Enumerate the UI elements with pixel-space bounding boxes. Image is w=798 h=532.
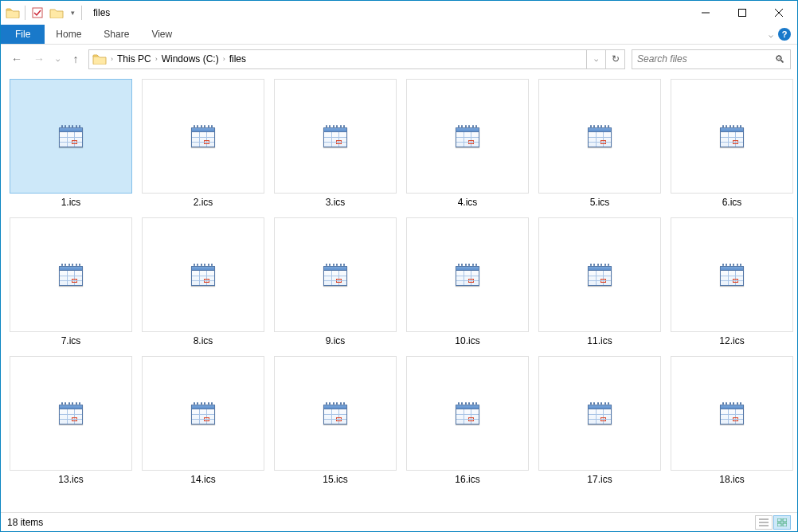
tab-share[interactable]: Share <box>92 25 140 44</box>
calendar-file-icon <box>323 264 347 286</box>
breadcrumb-thispc[interactable]: This PC <box>115 53 153 65</box>
file-thumbnail <box>142 356 264 471</box>
file-name: 1.ics <box>61 197 81 208</box>
file-item[interactable]: 7.ics <box>10 217 132 346</box>
folder-icon <box>91 50 108 68</box>
details-view-button[interactable] <box>755 515 773 530</box>
search-box[interactable]: 🔍︎ <box>632 49 791 69</box>
file-name: 15.ics <box>323 474 347 485</box>
file-thumbnail <box>10 356 132 471</box>
file-thumbnail <box>142 79 264 194</box>
chevron-right-icon[interactable]: › <box>223 55 225 63</box>
minimize-button[interactable] <box>687 1 724 25</box>
file-item[interactable]: 18.ics <box>671 356 793 485</box>
item-count: 18 items <box>7 517 43 528</box>
file-grid: 1.ics 2.ics 3.ics 4.ics 5.ics 6.ics 7.ic… <box>10 79 788 485</box>
recent-dropdown[interactable]: ⌵ <box>52 49 63 68</box>
calendar-file-icon <box>323 402 347 424</box>
tab-view[interactable]: View <box>140 25 183 44</box>
address-bar[interactable]: › This PC › Windows (C:) › files ⌵ ↻ <box>88 49 625 69</box>
file-name: 9.ics <box>326 335 346 346</box>
file-name: 5.ics <box>590 197 610 208</box>
file-item[interactable]: 17.ics <box>538 356 661 485</box>
folder-icon <box>4 4 22 22</box>
address-dropdown[interactable]: ⌵ <box>586 50 605 68</box>
file-thumbnail <box>538 217 661 332</box>
chevron-right-icon[interactable]: › <box>111 55 113 63</box>
file-name: 6.ics <box>722 197 742 208</box>
file-name: 12.ics <box>719 335 744 346</box>
calendar-file-icon <box>588 402 612 424</box>
svg-rect-8 <box>777 518 781 522</box>
file-item[interactable]: 9.ics <box>274 217 397 346</box>
file-item[interactable]: 10.ics <box>406 217 529 346</box>
tab-home[interactable]: Home <box>45 25 92 44</box>
file-name: 17.ics <box>587 474 612 485</box>
window-controls <box>687 1 797 25</box>
file-name: 8.ics <box>194 335 213 346</box>
help-icon[interactable]: ? <box>778 28 791 41</box>
ribbon: File Home Share View ⌵ ? <box>1 25 797 45</box>
status-bar: 18 items <box>1 512 797 531</box>
separator <box>81 6 82 20</box>
calendar-file-icon <box>456 125 479 147</box>
close-button[interactable] <box>761 1 797 25</box>
search-icon[interactable]: 🔍︎ <box>775 53 785 65</box>
calendar-file-icon <box>720 125 744 147</box>
file-item[interactable]: 15.ics <box>274 356 397 485</box>
properties-button[interactable] <box>29 4 46 22</box>
calendar-file-icon <box>59 125 83 147</box>
forward-button[interactable]: → <box>29 49 49 68</box>
file-thumbnail <box>538 79 661 194</box>
calendar-file-icon <box>323 125 347 147</box>
thumbnails-view-button[interactable] <box>773 515 791 530</box>
calendar-file-icon <box>456 264 479 286</box>
file-item[interactable]: 11.ics <box>538 217 661 346</box>
calendar-file-icon <box>720 402 744 424</box>
file-item[interactable]: 5.ics <box>538 79 661 208</box>
file-name: 18.ics <box>719 474 744 485</box>
file-item[interactable]: 4.ics <box>406 79 529 208</box>
calendar-file-icon <box>456 402 479 424</box>
calendar-file-icon <box>191 402 215 424</box>
file-thumbnail <box>406 217 529 332</box>
file-thumbnail <box>671 356 793 471</box>
file-item[interactable]: 2.ics <box>142 79 264 208</box>
file-item[interactable]: 3.ics <box>274 79 397 208</box>
calendar-file-icon <box>720 264 744 286</box>
window-title: files <box>93 7 110 18</box>
file-item[interactable]: 12.ics <box>671 217 793 346</box>
breadcrumb-folder[interactable]: files <box>228 53 248 65</box>
file-item[interactable]: 16.ics <box>406 356 529 485</box>
file-name: 4.ics <box>458 197 478 208</box>
ribbon-expand-icon[interactable]: ⌵ <box>769 30 773 39</box>
file-name: 7.ics <box>61 335 81 346</box>
file-item[interactable]: 8.ics <box>142 217 264 346</box>
file-item[interactable]: 6.ics <box>671 79 793 208</box>
file-item[interactable]: 13.ics <box>10 356 132 485</box>
breadcrumb-drive[interactable]: Windows (C:) <box>160 53 221 65</box>
file-item[interactable]: 1.ics <box>10 79 132 208</box>
separator <box>25 6 25 20</box>
chevron-right-icon[interactable]: › <box>155 55 158 63</box>
calendar-file-icon <box>191 264 215 286</box>
svg-rect-9 <box>783 518 787 522</box>
new-folder-button[interactable] <box>48 4 65 22</box>
file-name: 13.ics <box>58 474 83 485</box>
file-tab[interactable]: File <box>1 25 45 44</box>
file-pane[interactable]: 1.ics 2.ics 3.ics 4.ics 5.ics 6.ics 7.ic… <box>2 74 796 511</box>
file-item[interactable]: 14.ics <box>142 356 264 485</box>
refresh-button[interactable]: ↻ <box>605 50 624 68</box>
file-thumbnail <box>274 356 397 471</box>
maximize-button[interactable] <box>724 1 761 25</box>
search-input[interactable] <box>637 53 775 65</box>
file-name: 11.ics <box>587 335 612 346</box>
up-button[interactable]: ↑ <box>66 49 85 68</box>
qat-dropdown[interactable]: ▾ <box>67 4 78 22</box>
file-thumbnail <box>274 217 397 332</box>
file-name: 3.ics <box>326 197 346 208</box>
file-thumbnail <box>671 217 793 332</box>
calendar-file-icon <box>59 264 83 286</box>
file-thumbnail <box>538 356 661 471</box>
back-button[interactable]: ← <box>7 49 26 68</box>
